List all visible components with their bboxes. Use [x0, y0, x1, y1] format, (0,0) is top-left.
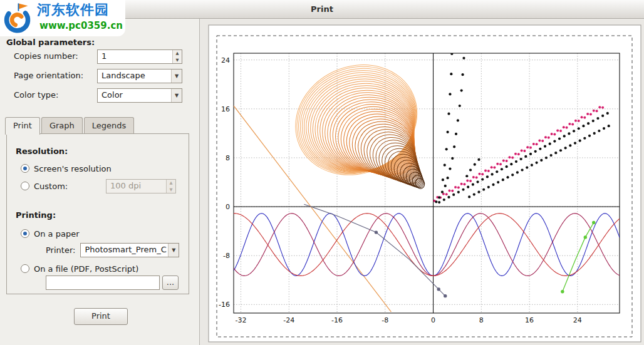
svg-text:0: 0 [431, 316, 435, 324]
print-preview-svg: -32-24-16-8081624-16-8081624 [200, 19, 644, 345]
settings-tabs: Print Graph Legends [5, 117, 135, 134]
custom-resolution-label: Custom: [34, 182, 68, 191]
svg-text:8: 8 [479, 316, 484, 324]
color-type-value: Color [98, 89, 171, 102]
chevron-down-icon: ▼ [171, 70, 182, 83]
svg-text:-8: -8 [223, 252, 230, 260]
svg-text:24: 24 [573, 316, 582, 324]
watermark-site-url: www.pc0359.cn [39, 20, 123, 31]
site-watermark: 河东软件园 www.pc0359.cn [0, 0, 125, 36]
dpi-spin-buttons[interactable]: ▲▼ [166, 180, 175, 193]
on-paper-label: On a paper [34, 229, 80, 239]
svg-text:-16: -16 [219, 301, 230, 309]
color-type-label: Color type: [14, 90, 59, 100]
orientation-select[interactable]: Landscape ▼ [97, 69, 182, 83]
color-type-row: Color type: Color ▼ [0, 88, 199, 103]
print-preview-pane: -32-24-16-8081624-16-8081624 [199, 19, 644, 345]
svg-text:-32: -32 [236, 316, 247, 324]
svg-text:-24: -24 [283, 316, 294, 324]
svg-text:0: 0 [226, 203, 230, 211]
copies-label: Copies number: [14, 51, 78, 61]
orientation-row: Page orientation: Landscape ▼ [0, 69, 199, 83]
svg-text:8: 8 [226, 154, 230, 162]
tab-legends[interactable]: Legends [84, 117, 135, 133]
browse-button[interactable]: ... [162, 275, 179, 290]
radio-unselected-icon [21, 264, 29, 273]
printing-heading: Printing: [16, 210, 56, 220]
radio-selected-icon [21, 229, 29, 238]
orientation-value: Landscape [98, 70, 171, 83]
spin-up-icon[interactable]: ▲ [167, 180, 175, 187]
printer-select[interactable]: Photosmart_Prem_C ▼ [80, 243, 179, 257]
radio-selected-icon [21, 164, 29, 173]
orientation-label: Page orientation: [14, 71, 83, 80]
print-button[interactable]: Print [74, 308, 128, 325]
on-paper-radio[interactable]: On a paper [21, 228, 80, 239]
svg-text:16: 16 [221, 105, 230, 113]
screen-resolution-label: Screen's resolution [34, 164, 112, 173]
spin-up-icon[interactable]: ▲ [173, 50, 182, 57]
custom-dpi-spinner[interactable]: 100 dpi ▲▼ [106, 179, 176, 193]
print-tab-panel: Resolution: Screen's resolution Custom: … [6, 133, 189, 294]
svg-text:16: 16 [525, 316, 534, 324]
resolution-heading: Resolution: [16, 147, 68, 156]
printer-label: Printer: [46, 245, 75, 255]
copies-spinner[interactable]: 1 ▲▼ [97, 49, 182, 64]
custom-resolution-radio[interactable]: Custom: [21, 180, 68, 192]
copies-spin-buttons[interactable]: ▲▼ [172, 50, 182, 63]
custom-dpi-value: 100 dpi [106, 180, 166, 193]
svg-text:-8: -8 [382, 316, 388, 324]
on-file-radio[interactable]: On a file (PDF, PostScript) [21, 263, 138, 274]
file-row: ... [46, 275, 179, 290]
color-type-select[interactable]: Color ▼ [97, 88, 182, 103]
screen-resolution-radio[interactable]: Screen's resolution [21, 163, 112, 174]
copies-value: 1 [98, 50, 172, 63]
tab-print[interactable]: Print [5, 117, 40, 135]
chevron-down-icon: ▼ [168, 244, 179, 257]
printer-value: Photosmart_Prem_C [81, 244, 168, 257]
printer-row: Printer: Photosmart_Prem_C ▼ [46, 243, 179, 257]
window-title: Print [311, 4, 333, 14]
spin-down-icon[interactable]: ▼ [173, 57, 182, 64]
spin-down-icon[interactable]: ▼ [167, 187, 175, 193]
watermark-text: 河东软件园 www.pc0359.cn [37, 1, 123, 31]
file-path-input[interactable] [46, 275, 160, 290]
watermark-site-name: 河东软件园 [37, 1, 123, 19]
global-parameters-heading: Global parameters: [6, 38, 95, 47]
chevron-down-icon: ▼ [171, 89, 182, 102]
copies-row: Copies number: 1 ▲▼ [0, 49, 199, 64]
radio-unselected-icon [21, 182, 29, 190]
on-file-label: On a file (PDF, PostScript) [34, 264, 138, 274]
site-logo-icon [3, 1, 33, 35]
print-settings-panel: Global parameters: Copies number: 1 ▲▼ P… [0, 19, 199, 345]
tab-graph[interactable]: Graph [41, 117, 83, 133]
svg-text:24: 24 [221, 56, 230, 64]
svg-text:-16: -16 [331, 316, 343, 324]
